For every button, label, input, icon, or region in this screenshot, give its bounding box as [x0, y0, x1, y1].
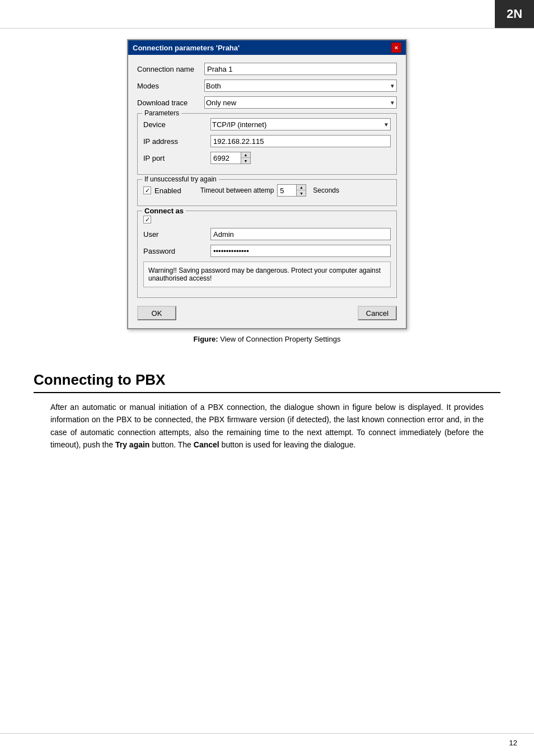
cancel-button[interactable]: Cancel	[358, 306, 397, 320]
download-trace-select[interactable]: Only new ▼	[204, 96, 397, 109]
main-content: Connection parameters 'Praha' × Connecti…	[0, 0, 534, 485]
download-trace-value: Only new	[206, 99, 236, 107]
parameters-group: Parameters Device TCP/IP (internet) ▼ IP…	[137, 113, 397, 175]
dialog-close-button[interactable]: ×	[391, 43, 401, 53]
ip-port-up-button[interactable]: ▲	[241, 152, 250, 158]
connect-as-checkbox[interactable]: ✓	[143, 216, 151, 223]
enabled-row: ✓ Enabled Timeout between attemp ▲ ▼	[143, 184, 391, 197]
timeout-down-button[interactable]: ▼	[297, 190, 306, 196]
connection-name-label: Connection name	[137, 65, 204, 73]
ip-port-label: IP port	[143, 154, 210, 162]
modes-dropdown-arrow: ▼	[390, 83, 395, 89]
password-row: Password	[143, 245, 391, 257]
ip-port-spinner-buttons: ▲ ▼	[241, 152, 251, 164]
try-again-bold: Try again	[115, 440, 149, 449]
section-heading: Connecting to PBX	[34, 371, 500, 393]
cancel-bold: Cancel	[194, 440, 219, 449]
figure-caption-bold: Figure:	[194, 335, 218, 343]
dialog-title: Connection parameters 'Praha'	[133, 44, 240, 52]
body-text: After an automatic or manual initiation …	[34, 401, 500, 451]
timeout-input[interactable]	[277, 184, 297, 197]
ip-address-input[interactable]	[210, 135, 391, 147]
user-input[interactable]	[210, 228, 391, 240]
modes-select[interactable]: Both ▼	[204, 80, 397, 92]
seconds-label: Seconds	[313, 186, 339, 194]
password-label: Password	[143, 247, 210, 255]
timeout-spinner: ▲ ▼	[277, 184, 306, 197]
timeout-row: Timeout between attemp ▲ ▼ Seconds	[200, 184, 339, 197]
warning-text: Warning!! Saving password may be dangero…	[148, 267, 381, 282]
figure-caption: Figure: View of Connection Property Sett…	[194, 335, 341, 343]
user-label: User	[143, 230, 210, 239]
dialog-body: Connection name Modes Both ▼ Download tr…	[128, 55, 406, 328]
device-row: Device TCP/IP (internet) ▼	[143, 118, 391, 130]
device-dropdown-arrow: ▼	[383, 122, 389, 128]
logo-text: 2N	[507, 7, 522, 21]
enabled-checkbox[interactable]: ✓	[143, 186, 151, 194]
download-trace-label: Download trace	[137, 99, 204, 107]
warning-box: Warning!! Saving password may be dangero…	[143, 262, 391, 287]
timeout-up-button[interactable]: ▲	[297, 185, 306, 190]
enabled-label: Enabled	[154, 186, 181, 195]
ok-button[interactable]: OK	[137, 306, 176, 320]
device-select[interactable]: TCP/IP (internet) ▼	[210, 118, 391, 130]
dialog-container: Connection parameters 'Praha' × Connecti…	[34, 39, 500, 360]
connection-name-input[interactable]	[204, 63, 397, 75]
download-trace-row: Download trace Only new ▼	[137, 96, 397, 109]
connect-as-label: Connect as	[142, 207, 186, 215]
device-label: Device	[143, 120, 210, 129]
logo-area: 2N	[495, 0, 534, 28]
timeout-label: Timeout between attemp	[200, 186, 274, 194]
timeout-spinner-buttons: ▲ ▼	[297, 184, 306, 197]
password-input[interactable]	[210, 245, 391, 257]
top-rule	[0, 28, 534, 29]
unsuccessful-group-label: If unsuccessful try again	[142, 175, 219, 183]
dialog-box: Connection parameters 'Praha' × Connecti…	[127, 39, 407, 329]
connection-name-row: Connection name	[137, 63, 397, 75]
page-number: 12	[509, 739, 517, 747]
ip-port-row: IP port ▲ ▼	[143, 152, 391, 164]
figure-caption-text: View of Connection Property Settings	[218, 335, 341, 343]
unsuccessful-group: If unsuccessful try again ✓ Enabled Time…	[137, 179, 397, 206]
modes-row: Modes Both ▼	[137, 80, 397, 92]
user-row: User	[143, 228, 391, 240]
ip-port-down-button[interactable]: ▼	[241, 158, 250, 164]
parameters-group-label: Parameters	[142, 109, 181, 117]
connect-as-checkbox-row: ✓ Connect as	[143, 216, 391, 223]
modes-label: Modes	[137, 82, 204, 90]
dialog-buttons: OK Cancel	[137, 302, 397, 323]
connect-as-group: ✓ Connect as User Password	[137, 211, 397, 298]
download-trace-dropdown-arrow: ▼	[390, 100, 395, 106]
device-value: TCP/IP (internet)	[212, 120, 266, 129]
ip-port-spinner: ▲ ▼	[210, 152, 251, 164]
ip-address-label: IP address	[143, 137, 210, 146]
dialog-titlebar: Connection parameters 'Praha' ×	[128, 40, 406, 55]
ip-port-input[interactable]	[210, 152, 241, 164]
ip-address-row: IP address	[143, 135, 391, 147]
bottom-rule	[0, 733, 534, 734]
modes-value: Both	[206, 82, 221, 90]
